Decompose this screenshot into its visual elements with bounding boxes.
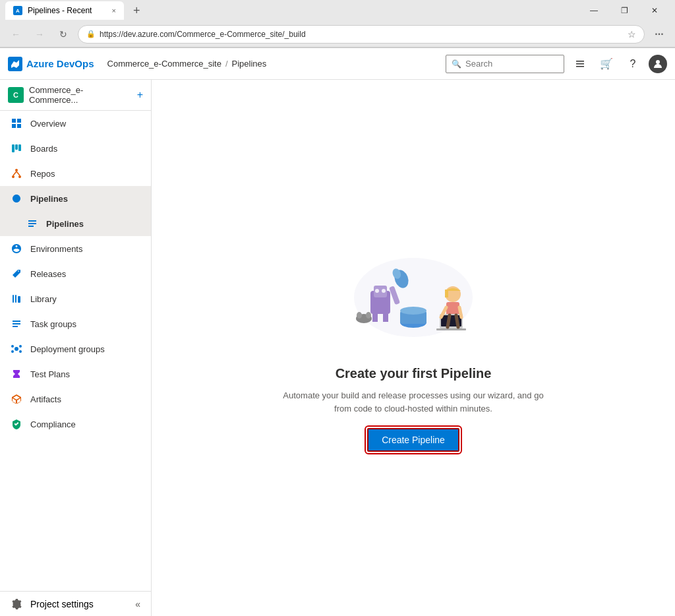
svg-point-42 xyxy=(366,312,371,319)
svg-rect-1 xyxy=(576,63,584,65)
list-view-button[interactable] xyxy=(570,53,591,75)
url-text: https://dev.azure.com/Commerce_e-Commerc… xyxy=(100,30,624,39)
sidebar-item-repos[interactable]: Repos xyxy=(0,161,151,186)
sidebar-item-boards[interactable]: Boards xyxy=(0,136,151,161)
sidebar-item-overview[interactable]: Overview xyxy=(0,111,151,136)
sidebar-item-releases[interactable]: Releases xyxy=(0,261,151,286)
basket-button[interactable]: 🛒 xyxy=(596,53,617,75)
restore-button[interactable]: ❐ xyxy=(609,0,639,21)
new-tab-button[interactable]: + xyxy=(129,4,144,18)
svg-rect-9 xyxy=(15,144,18,150)
overview-icon xyxy=(11,117,22,129)
empty-state-title: Create your first Pipeline xyxy=(336,366,492,381)
search-box[interactable]: 🔍 xyxy=(446,55,564,73)
svg-rect-19 xyxy=(13,295,14,303)
svg-point-28 xyxy=(11,350,14,353)
sidebar-label-environments: Environments xyxy=(30,244,82,254)
svg-rect-10 xyxy=(18,144,21,151)
svg-rect-20 xyxy=(15,295,16,303)
collapse-sidebar-button[interactable]: « xyxy=(135,599,140,609)
svg-line-15 xyxy=(16,171,20,175)
sidebar-label-artifacts: Artifacts xyxy=(30,394,61,404)
logo-icon xyxy=(8,57,22,71)
svg-rect-48 xyxy=(446,302,459,315)
svg-rect-23 xyxy=(13,323,20,324)
close-button[interactable]: ✕ xyxy=(639,0,670,21)
svg-rect-2 xyxy=(576,66,584,67)
svg-rect-24 xyxy=(13,326,18,327)
search-input[interactable] xyxy=(465,59,558,69)
deployment-groups-icon xyxy=(11,343,22,355)
browser-addressbar: ← → ↻ 🔒 https://dev.azure.com/Commerce_e… xyxy=(0,21,675,47)
sidebar-item-deployment-groups[interactable]: Deployment groups xyxy=(0,336,151,361)
sidebar-item-compliance[interactable]: Compliance xyxy=(0,412,151,437)
help-button[interactable]: ? xyxy=(622,53,643,75)
tab-title: Pipelines - Recent xyxy=(28,6,92,15)
svg-rect-51 xyxy=(436,328,466,330)
task-groups-icon xyxy=(11,318,22,330)
empty-state-description: Automate your build and release processe… xyxy=(275,389,552,415)
svg-rect-16 xyxy=(28,220,36,222)
lock-icon: 🔒 xyxy=(86,30,96,38)
sidebar-label-task-groups: Task groups xyxy=(30,319,76,329)
address-bar[interactable]: 🔒 https://dev.azure.com/Commerce_e-Comme… xyxy=(78,25,645,44)
test-plans-icon xyxy=(11,368,22,380)
forward-button[interactable]: → xyxy=(30,25,49,44)
top-nav: Azure DevOps Commerce_e-Commerce_site / … xyxy=(0,48,675,80)
org-add-button[interactable]: + xyxy=(137,89,143,101)
create-pipeline-button[interactable]: Create Pipeline xyxy=(367,428,459,452)
svg-point-41 xyxy=(357,312,362,319)
breadcrumb-org[interactable]: Commerce_e-Commerce_site xyxy=(107,59,221,69)
svg-point-3 xyxy=(656,60,660,64)
svg-rect-0 xyxy=(576,61,584,62)
project-settings[interactable]: Project settings « xyxy=(0,591,151,616)
logo-text: Azure DevOps xyxy=(26,58,94,69)
sidebar-label-pipelines-parent: Pipelines xyxy=(30,194,68,204)
boards-icon xyxy=(11,142,22,154)
sidebar-item-pipelines[interactable]: Pipelines xyxy=(0,211,151,236)
releases-icon xyxy=(11,268,22,280)
settings-icon xyxy=(11,598,22,610)
pipelines-parent-icon xyxy=(11,193,22,204)
svg-line-54 xyxy=(448,315,450,327)
main-content: Create your first Pipeline Automate your… xyxy=(152,80,675,616)
main-body: C Commerce_e-Commerce... + Overvi xyxy=(0,80,675,616)
org-name: Commerce_e-Commerce... xyxy=(29,85,132,105)
browser-tab[interactable]: A Pipelines - Recent × xyxy=(5,1,124,20)
sidebar-item-environments[interactable]: Environments xyxy=(0,236,151,261)
azure-devops-logo[interactable]: Azure DevOps xyxy=(8,57,94,71)
svg-point-25 xyxy=(15,347,18,351)
repos-icon xyxy=(11,168,22,179)
sidebar-item-artifacts[interactable]: Artifacts xyxy=(0,386,151,412)
svg-point-45 xyxy=(400,307,426,315)
org-avatar: C xyxy=(8,87,24,103)
app-container: Azure DevOps Commerce_e-Commerce_site / … xyxy=(0,48,675,616)
reload-button[interactable]: ↻ xyxy=(54,25,73,44)
svg-rect-8 xyxy=(12,144,15,152)
sidebar-item-library[interactable]: Library xyxy=(0,286,151,311)
search-icon: 🔍 xyxy=(452,59,461,69)
sidebar-org[interactable]: C Commerce_e-Commerce... + xyxy=(0,80,151,111)
svg-rect-4 xyxy=(12,119,16,123)
top-nav-right: 🔍 🛒 ? xyxy=(446,53,667,75)
breadcrumb-separator: / xyxy=(225,59,228,69)
back-button[interactable]: ← xyxy=(7,25,25,44)
library-icon xyxy=(11,293,22,305)
environments-icon xyxy=(11,243,22,255)
svg-point-11 xyxy=(15,169,18,171)
favorite-icon[interactable]: ☆ xyxy=(628,29,636,40)
tab-close-button[interactable]: × xyxy=(112,7,116,15)
sidebar-item-task-groups[interactable]: Task groups xyxy=(0,311,151,336)
tab-favicon: A xyxy=(13,6,22,15)
svg-point-13 xyxy=(18,175,21,178)
sidebar-item-pipelines-parent[interactable]: Pipelines xyxy=(0,186,151,211)
minimize-button[interactable]: — xyxy=(579,0,609,21)
artifacts-icon xyxy=(11,393,22,405)
browser-chrome: A Pipelines - Recent × + — ❐ ✕ ← → ↻ 🔒 h… xyxy=(0,0,675,48)
svg-line-53 xyxy=(459,307,461,317)
user-avatar[interactable] xyxy=(649,55,667,73)
sidebar-item-test-plans[interactable]: Test Plans xyxy=(0,361,151,386)
svg-rect-5 xyxy=(17,119,21,123)
svg-point-29 xyxy=(19,350,22,353)
browser-menu-button[interactable]: ··· xyxy=(650,25,668,44)
